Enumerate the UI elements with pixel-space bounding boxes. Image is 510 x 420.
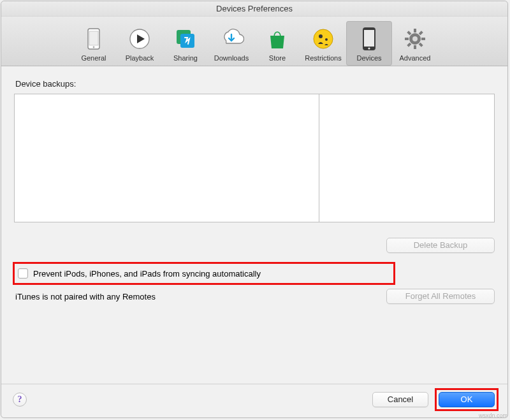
svg-rect-16	[405, 38, 409, 40]
svg-point-2	[93, 47, 95, 48]
svg-point-12	[368, 47, 370, 49]
backups-label: Device backups:	[15, 79, 495, 89]
svg-rect-20	[407, 31, 411, 35]
prevent-sync-row: Prevent iPods, iPhones, and iPads from s…	[15, 264, 393, 282]
tab-devices[interactable]: Devices	[346, 21, 392, 66]
svg-point-8	[319, 34, 323, 38]
cancel-button[interactable]: Cancel	[372, 392, 428, 407]
sharing-icon	[174, 25, 197, 53]
tab-label: Playback	[126, 54, 154, 62]
tab-label: Advanced	[400, 54, 431, 62]
gear-icon	[404, 25, 426, 53]
window-title: Devices Preferences	[1, 1, 507, 17]
tab-label: Restrictions	[305, 54, 341, 62]
svg-rect-14	[414, 29, 416, 33]
tab-store[interactable]: Store	[254, 21, 300, 66]
svg-rect-15	[414, 45, 416, 49]
svg-point-9	[325, 38, 328, 41]
parental-icon	[312, 25, 335, 53]
tab-sharing[interactable]: Sharing	[163, 21, 208, 66]
preferences-window: Devices Preferences General Playback	[1, 1, 508, 418]
store-icon	[268, 25, 287, 53]
tab-downloads[interactable]: Downloads	[208, 21, 254, 66]
remotes-status: iTunes is not paired with any Remotes	[15, 292, 156, 301]
play-icon	[128, 25, 151, 53]
tab-advanced[interactable]: Advanced	[392, 21, 438, 66]
tab-label: Devices	[356, 54, 381, 62]
toolbar: General Playback Sharing	[1, 17, 507, 66]
svg-point-22	[412, 36, 418, 41]
svg-rect-19	[407, 43, 411, 47]
tab-label: Downloads	[214, 54, 249, 62]
svg-rect-21	[419, 43, 423, 47]
device-icon	[361, 25, 377, 53]
prevent-sync-label: Prevent iPods, iPhones, and iPads from s…	[33, 269, 261, 279]
tab-label: General	[81, 54, 106, 62]
tab-label: Sharing	[173, 54, 198, 62]
general-icon	[84, 25, 103, 53]
svg-point-7	[314, 29, 333, 48]
tab-label: Store	[269, 54, 286, 62]
svg-rect-18	[419, 31, 423, 35]
download-icon	[219, 25, 244, 53]
help-button[interactable]: ?	[13, 393, 27, 407]
forget-remotes-button[interactable]: Forget All Remotes	[386, 289, 495, 304]
prevent-sync-checkbox[interactable]	[18, 268, 28, 279]
backups-list-dates[interactable]	[319, 94, 494, 222]
tab-general[interactable]: General	[71, 21, 117, 66]
remotes-row: iTunes is not paired with any Remotes Fo…	[15, 289, 495, 304]
ok-button[interactable]: OK	[439, 392, 495, 407]
content-area: Device backups: Delete Backup Prevent iP…	[1, 66, 507, 384]
tab-restrictions[interactable]: Restrictions	[300, 21, 346, 66]
svg-rect-1	[89, 31, 98, 45]
delete-row: Delete Backup	[14, 222, 495, 263]
backups-list[interactable]	[14, 94, 495, 222]
watermark: wsxdn.com	[479, 412, 507, 419]
footer: ? Cancel OK	[1, 384, 507, 417]
svg-rect-11	[364, 30, 374, 47]
tab-playback[interactable]: Playback	[117, 21, 163, 66]
backups-list-names[interactable]	[15, 94, 319, 222]
delete-backup-button[interactable]: Delete Backup	[386, 238, 495, 253]
svg-rect-17	[421, 38, 425, 40]
